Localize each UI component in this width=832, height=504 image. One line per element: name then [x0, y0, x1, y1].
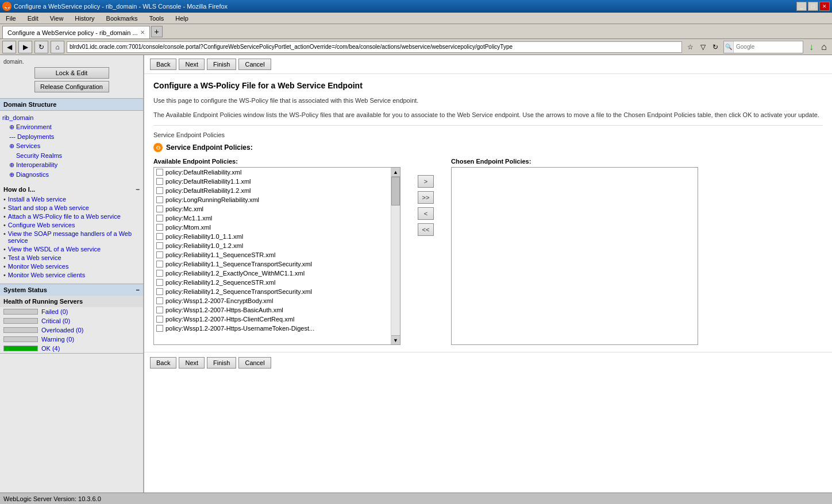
policy-item-10[interactable]: policy:Reliability1.1_SequenceTransportS…	[154, 259, 391, 269]
policy-checkbox-14[interactable]	[156, 297, 163, 304]
finish-button-bottom[interactable]: Finish	[207, 357, 236, 369]
tree-item-services[interactable]: ⊕ Services	[0, 141, 143, 151]
health-link-ok[interactable]: OK (4)	[41, 345, 60, 352]
policy-checkbox-2[interactable]	[156, 187, 163, 194]
menu-history[interactable]: History	[71, 14, 98, 23]
address-input[interactable]	[67, 41, 682, 53]
close-button[interactable]: ✕	[819, 2, 830, 11]
policy-item-6[interactable]: policy:Mtom.xml	[154, 223, 391, 232]
policy-item-17[interactable]: policy:Wssp1.2-2007-Https-UsernameToken-…	[154, 324, 391, 333]
search-go-icon[interactable]: ↓	[806, 41, 817, 53]
policy-checkbox-10[interactable]	[156, 261, 163, 267]
howdoi-link-test[interactable]: Test a Web service	[8, 254, 61, 261]
search-input[interactable]	[734, 41, 803, 53]
policy-checkbox-16[interactable]	[156, 316, 163, 323]
new-tab-button[interactable]: +	[151, 26, 163, 37]
howdoi-link-monitor[interactable]: Monitor Web services	[8, 263, 69, 270]
cancel-button-top[interactable]: Cancel	[238, 59, 271, 70]
howdoi-collapse-button[interactable]: −	[136, 185, 140, 193]
move-right-button[interactable]: >	[418, 175, 434, 188]
howdoi-link-install[interactable]: Install a Web service	[8, 196, 66, 203]
policy-item-13[interactable]: policy:Reliability1.2_SequenceTransportS…	[154, 287, 391, 296]
menu-tools[interactable]: Tools	[146, 14, 168, 23]
tree-item-rib-domain[interactable]: rib_domain	[0, 113, 143, 122]
policy-item-0[interactable]: policy:DefaultReliability.xml	[154, 168, 391, 177]
policy-item-1[interactable]: policy:DefaultReliability1.1.xml	[154, 177, 391, 186]
chosen-policies-list[interactable]	[451, 167, 698, 345]
policy-item-4[interactable]: policy:Mc.xml	[154, 204, 391, 214]
tab-close-button[interactable]: ✕	[140, 29, 145, 36]
menu-help[interactable]: Help	[172, 14, 192, 23]
scrollbar-thumb[interactable]	[391, 177, 400, 206]
tree-item-deployments[interactable]: --- Deployments	[0, 132, 143, 141]
scroll-up-button[interactable]: ▲	[391, 168, 400, 177]
policy-checkbox-4[interactable]	[156, 206, 163, 212]
policy-checkbox-7[interactable]	[156, 233, 163, 240]
rss-icon[interactable]: ▽	[697, 41, 708, 53]
lock-edit-button[interactable]: Lock & Edit	[34, 67, 109, 79]
active-tab[interactable]: Configure a WebService policy - rib_doma…	[2, 26, 150, 38]
bookmark-star-icon[interactable]: ☆	[684, 41, 696, 53]
policy-checkbox-8[interactable]	[156, 242, 163, 249]
policy-item-5[interactable]: policy:Mc1.1.xml	[154, 214, 391, 223]
policy-item-2[interactable]: policy:DefaultReliability1.2.xml	[154, 186, 391, 195]
policy-item-7[interactable]: policy:Reliability1.0_1.1.xml	[154, 232, 391, 241]
tree-item-interoperability[interactable]: ⊕ Interoperability	[0, 160, 143, 170]
move-all-left-button[interactable]: <<	[418, 223, 434, 236]
next-button-top[interactable]: Next	[179, 59, 205, 70]
policy-checkbox-15[interactable]	[156, 307, 163, 313]
policy-checkbox-9[interactable]	[156, 251, 163, 258]
back-nav-button[interactable]: ◀	[2, 41, 16, 53]
move-all-right-button[interactable]: >>	[418, 191, 434, 204]
policy-checkbox-13[interactable]	[156, 288, 163, 295]
finish-button-top[interactable]: Finish	[207, 59, 236, 70]
policy-item-15[interactable]: policy:Wssp1.2-2007-Https-BasicAuth.xml	[154, 305, 391, 315]
howdoi-link-soap[interactable]: View the SOAP message handlers of a Web …	[8, 230, 140, 244]
policy-checkbox-12[interactable]	[156, 279, 163, 286]
policy-checkbox-3[interactable]	[156, 196, 163, 203]
howdoi-link-start-stop[interactable]: Start and stop a Web service	[8, 204, 89, 211]
policy-item-11[interactable]: policy:Reliability1.2_ExactlyOnce_WithMC…	[154, 269, 391, 278]
tree-item-security-realms[interactable]: Security Realms	[0, 151, 143, 160]
system-status-collapse-button[interactable]: −	[136, 286, 140, 293]
policy-item-16[interactable]: policy:Wssp1.2-2007-Https-ClientCertReq.…	[154, 315, 391, 324]
howdoi-link-configure[interactable]: Configure Web services	[8, 222, 75, 228]
health-link-overloaded[interactable]: Overloaded (0)	[41, 327, 83, 334]
security-icon[interactable]: ↻	[710, 41, 721, 53]
policy-item-12[interactable]: policy:Reliability1.2_SequenceSTR.xml	[154, 278, 391, 287]
menu-bookmarks[interactable]: Bookmarks	[103, 14, 141, 23]
back-button-top[interactable]: Back	[150, 59, 176, 70]
scrollbar-track[interactable]: ▲ ▼	[391, 168, 400, 344]
health-link-failed[interactable]: Failed (0)	[41, 308, 68, 315]
policy-checkbox-11[interactable]	[156, 270, 163, 277]
tree-item-environment[interactable]: ⊕ Environment	[0, 122, 143, 132]
policy-item-3[interactable]: policy:LongRunningReliability.xml	[154, 195, 391, 204]
forward-nav-button[interactable]: ▶	[18, 41, 32, 53]
policy-item-9[interactable]: policy:Reliability1.1_SequenceSTR.xml	[154, 250, 391, 259]
policy-item-8[interactable]: policy:Reliability1.0_1.2.xml	[154, 241, 391, 250]
release-config-button[interactable]: Release Configuration	[34, 81, 109, 92]
back-button-bottom[interactable]: Back	[150, 357, 176, 369]
menu-edit[interactable]: Edit	[24, 14, 42, 23]
howdoi-link-wsdl[interactable]: View the WSDL of a Web service	[8, 246, 101, 253]
cancel-button-bottom[interactable]: Cancel	[238, 357, 271, 369]
policy-item-14[interactable]: policy:Wssp1.2-2007-EncryptBody.xml	[154, 296, 391, 305]
health-link-warning[interactable]: Warning (0)	[41, 336, 74, 343]
menu-file[interactable]: File	[2, 14, 20, 23]
policy-checkbox-6[interactable]	[156, 224, 163, 231]
policy-checkbox-0[interactable]	[156, 169, 163, 176]
maximize-button[interactable]: □	[808, 2, 818, 11]
policy-checkbox-1[interactable]	[156, 178, 163, 185]
reload-button[interactable]: ↻	[34, 41, 48, 53]
move-left-button[interactable]: <	[418, 207, 434, 220]
window-controls[interactable]: _ □ ✕	[796, 2, 830, 11]
health-link-critical[interactable]: Critical (0)	[41, 317, 70, 324]
next-button-bottom[interactable]: Next	[179, 357, 205, 369]
home-button[interactable]: ⌂	[51, 41, 64, 53]
go-home-icon[interactable]: ⌂	[818, 41, 830, 53]
menu-view[interactable]: View	[47, 14, 67, 23]
howdoi-link-monitor-clients[interactable]: Monitor Web service clients	[8, 272, 85, 278]
minimize-button[interactable]: _	[796, 2, 807, 11]
scroll-down-button[interactable]: ▼	[391, 335, 400, 344]
policy-checkbox-17[interactable]	[156, 325, 163, 332]
